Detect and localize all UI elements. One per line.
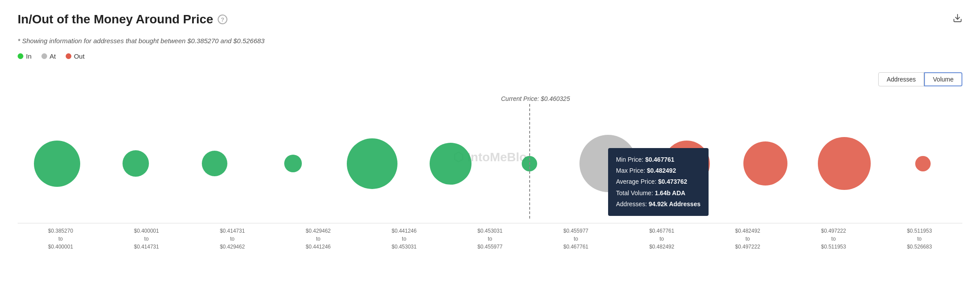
help-icon[interactable]: ?	[218, 15, 227, 24]
bubble-cell	[254, 113, 333, 214]
legend-dot-out	[66, 53, 71, 59]
bubble-row	[18, 113, 962, 214]
x-label: $0.497222to$0.511953	[791, 227, 876, 251]
chart-area: ⬡ IntoMeBlo Current Price: $0.460325 Min…	[18, 95, 962, 219]
legend-label-in: In	[26, 52, 32, 60]
bubble-cell	[18, 113, 97, 214]
x-axis: $0.385270to$0.400001$0.400001to$0.414731…	[18, 223, 962, 251]
bubble-3	[284, 155, 302, 172]
header-row: In/Out of the Money Around Price ?	[18, 12, 962, 26]
volume-toggle[interactable]: Volume	[924, 72, 962, 86]
bubble-2	[202, 151, 227, 176]
x-label: $0.400001to$0.414731	[104, 227, 189, 251]
legend-dot-in	[18, 53, 23, 59]
bubble-cell	[726, 113, 805, 214]
bubble-4	[347, 138, 397, 189]
legend-at: At	[41, 52, 56, 60]
bubble-cell	[647, 113, 726, 214]
legend-label-out: Out	[74, 52, 85, 60]
legend-in: In	[18, 52, 32, 60]
bubble-cell	[175, 113, 254, 214]
bubble-11	[915, 156, 931, 171]
title-group: In/Out of the Money Around Price ?	[18, 12, 227, 26]
bubble-5	[430, 143, 471, 185]
x-label: $0.429462to$0.441246	[275, 227, 361, 251]
legend-out: Out	[66, 52, 85, 60]
x-label: $0.467761to$0.482492	[619, 227, 705, 251]
bubble-0	[34, 141, 80, 187]
bubble-cell	[805, 113, 884, 214]
x-label: $0.482492to$0.497222	[705, 227, 791, 251]
bubble-10	[818, 137, 871, 190]
x-label: $0.441246to$0.453031	[361, 227, 447, 251]
x-label: $0.414731to$0.429462	[189, 227, 275, 251]
bubble-cell	[333, 113, 412, 214]
bubble-cell	[569, 113, 648, 214]
legend-dot-at	[41, 53, 47, 59]
x-label: $0.453031to$0.455977	[447, 227, 533, 251]
controls-row: Addresses Volume	[18, 72, 962, 86]
legend-label-at: At	[50, 52, 56, 60]
x-label: $0.455977to$0.467761	[533, 227, 619, 251]
bubble-8	[664, 141, 710, 187]
bubble-1	[122, 150, 149, 177]
bubble-7	[579, 135, 637, 192]
subtitle: * Showing information for addresses that…	[18, 37, 962, 45]
x-label: $0.385270to$0.400001	[18, 227, 104, 251]
page-title: In/Out of the Money Around Price	[18, 12, 213, 26]
current-price-label: Current Price: $0.460325	[501, 95, 570, 102]
bubble-cell	[411, 113, 490, 214]
bubble-9	[743, 141, 787, 186]
bubble-cell	[97, 113, 175, 214]
addresses-toggle[interactable]: Addresses	[878, 72, 924, 86]
current-price-line	[529, 104, 530, 219]
download-icon[interactable]	[953, 13, 962, 26]
bubble-cell	[883, 113, 962, 214]
x-label: $0.511953to$0.526683	[876, 227, 962, 251]
legend: In At Out	[18, 52, 962, 60]
